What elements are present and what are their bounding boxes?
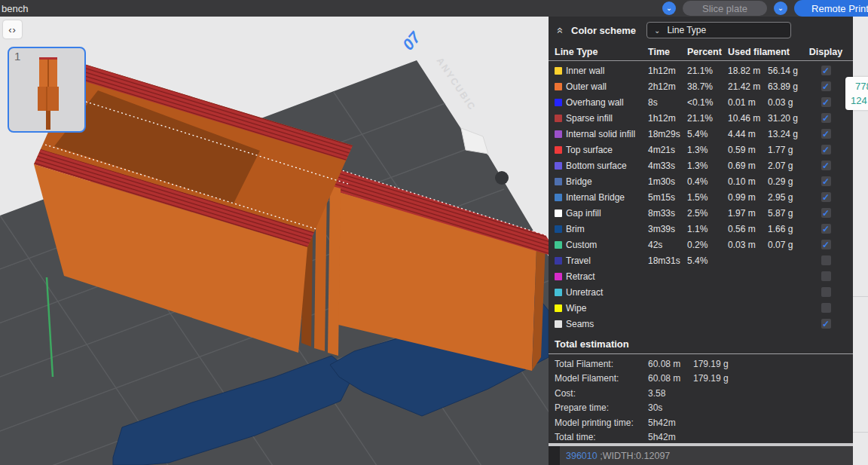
- display-checkbox[interactable]: ✓: [821, 66, 831, 75]
- time-cell: 42s: [648, 240, 687, 250]
- total-label: Model printing time:: [555, 418, 648, 428]
- total-estimation-row: Model printing time:5h42m: [549, 415, 853, 430]
- print-options-dropdown-button[interactable]: ⌄: [774, 2, 787, 15]
- divider: [853, 432, 868, 433]
- table-row: Top surface4m21s1.3%0.59 m1.77 g✓: [549, 142, 853, 158]
- window-title: bench: [0, 3, 28, 14]
- top-bar: bench ⌄ Slice plate ⌄ Remote Print: [0, 0, 868, 17]
- display-checkbox[interactable]: ✓: [821, 145, 831, 154]
- display-checkbox[interactable]: ✓: [821, 287, 831, 297]
- display-cell: ✓: [808, 319, 843, 329]
- slice-plate-button[interactable]: Slice plate: [683, 1, 767, 16]
- tooltip-value-1: 778: [851, 79, 868, 93]
- used-filament-m-cell: 10.46 m: [728, 113, 768, 124]
- percent-cell: 1.5%: [687, 192, 728, 203]
- panel-header: « Color scheme ⌄ Line Type: [549, 17, 853, 44]
- display-checkbox[interactable]: ✓: [821, 208, 831, 218]
- display-checkbox[interactable]: ✓: [821, 97, 831, 107]
- divider: [549, 353, 853, 354]
- time-cell: 4m33s: [648, 161, 687, 171]
- total-estimation-row: Total Filament:60.08 m179.19 g: [549, 356, 853, 372]
- display-checkbox[interactable]: ✓: [821, 129, 831, 139]
- display-checkbox[interactable]: ✓: [821, 240, 831, 249]
- display-checkbox[interactable]: ✓: [821, 192, 831, 202]
- time-cell: 8m33s: [648, 208, 687, 219]
- chevron-down-icon: ⌄: [778, 5, 784, 12]
- toolbar-collapse-button[interactable]: ‹›: [3, 20, 22, 38]
- display-cell: ✓: [808, 287, 843, 297]
- display-cell: ✓: [808, 271, 843, 281]
- line-type-swatch: [555, 178, 562, 185]
- time-cell: 18m31s: [648, 255, 687, 266]
- used-filament-m-cell: 0.01 m: [728, 97, 768, 108]
- table-row: Retract✓: [549, 268, 853, 284]
- table-row: Bottom surface4m33s1.3%0.69 m2.07 g✓: [549, 158, 853, 173]
- used-filament-g-cell: 1.66 g: [768, 224, 808, 234]
- percent-cell: 1.3%: [687, 161, 728, 171]
- display-checkbox[interactable]: ✓: [821, 255, 831, 265]
- display-cell: ✓: [808, 303, 843, 313]
- line-type-label: Inner wall: [566, 66, 648, 76]
- display-checkbox[interactable]: ✓: [821, 319, 831, 329]
- line-type-label: Wipe: [566, 303, 648, 314]
- total-value-2: 179.19 g: [693, 373, 853, 384]
- remote-print-button[interactable]: Remote Print: [794, 0, 868, 17]
- display-checkbox[interactable]: ✓: [821, 176, 831, 186]
- line-type-swatch: [555, 289, 562, 296]
- display-cell: ✓: [808, 113, 843, 123]
- display-checkbox[interactable]: ✓: [821, 271, 831, 281]
- line-type-label: Internal Bridge: [566, 192, 648, 203]
- panel-title: Color scheme: [571, 25, 636, 36]
- total-estimation-row: Cost:3.58: [549, 386, 853, 401]
- collapse-panel-icon[interactable]: «: [555, 24, 567, 36]
- used-filament-g-cell: 1.77 g: [768, 145, 808, 155]
- line-type-table: Inner wall1h12m21.1%18.82 m56.14 g✓Outer…: [549, 63, 853, 332]
- line-type-swatch: [555, 210, 562, 217]
- display-checkbox[interactable]: ✓: [821, 161, 831, 170]
- slice-options-dropdown-button[interactable]: ⌄: [662, 2, 676, 15]
- time-cell: 2h12m: [648, 81, 687, 92]
- line-type-label: Bridge: [566, 176, 648, 187]
- display-checkbox[interactable]: ✓: [821, 113, 831, 123]
- percent-cell: 21.1%: [687, 66, 728, 76]
- table-row: Gap infill8m33s2.5%1.97 m5.87 g✓: [549, 205, 853, 221]
- display-checkbox[interactable]: ✓: [821, 224, 831, 234]
- total-estimation-row: Prepare time:30s: [549, 401, 853, 416]
- used-filament-m-cell: 0.69 m: [728, 161, 768, 171]
- total-label: Cost:: [555, 388, 648, 399]
- line-type-label: Internal solid infill: [566, 129, 648, 139]
- used-filament-g-cell: 5.87 g: [768, 208, 808, 219]
- used-filament-m-cell: 18.82 m: [728, 66, 768, 76]
- total-value-1: 3.58: [648, 388, 693, 399]
- time-cell: 4m21s: [648, 145, 687, 155]
- total-value-2: 179.19 g: [693, 359, 853, 369]
- display-checkbox[interactable]: ✓: [821, 303, 831, 313]
- column-header-used-filament: Used filament: [728, 47, 808, 57]
- line-type-swatch: [555, 257, 562, 265]
- line-type-swatch: [555, 115, 562, 122]
- display-checkbox[interactable]: ✓: [821, 81, 831, 91]
- table-row: Overhang wall8s<0.1%0.01 m0.03 g✓: [549, 94, 853, 110]
- line-type-label: Overhang wall: [566, 97, 648, 108]
- line-type-swatch: [555, 99, 562, 106]
- line-type-label: Seams: [566, 319, 648, 329]
- total-estimation-title: Total estimation: [549, 332, 853, 353]
- line-type-label: Custom: [566, 240, 648, 250]
- color-scheme-dropdown[interactable]: ⌄ Line Type: [646, 22, 791, 38]
- used-filament-g-cell: 2.07 g: [768, 161, 808, 171]
- gcode-status-bar: 396010 ;WIDTH:0.12097: [560, 446, 853, 465]
- plate-thumbnail-number: 1: [14, 50, 20, 63]
- table-row: Inner wall1h12m21.1%18.82 m56.14 g✓: [549, 63, 853, 78]
- display-cell: ✓: [808, 161, 843, 170]
- table-row: Internal solid infill18m29s5.4%4.44 m13.…: [549, 126, 853, 142]
- used-filament-g-cell: 13.24 g: [768, 129, 808, 139]
- time-cell: 1m30s: [648, 176, 687, 187]
- column-header-percent: Percent: [687, 47, 728, 57]
- divider: [853, 296, 868, 297]
- chevron-down-icon: ⌄: [654, 26, 660, 35]
- table-row: Seams✓: [549, 316, 853, 332]
- used-filament-g-cell: 0.03 g: [768, 97, 808, 108]
- table-row: Travel18m31s5.4%✓: [549, 252, 853, 268]
- table-row: Internal Bridge5m15s1.5%0.99 m2.95 g✓: [549, 189, 853, 205]
- plate-thumbnail[interactable]: 1: [8, 47, 86, 133]
